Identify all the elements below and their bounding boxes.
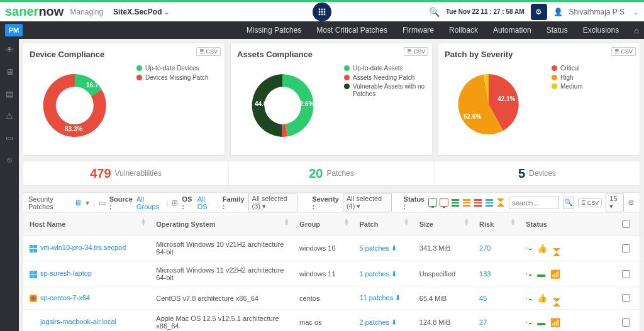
filter-icon[interactable]: ▭: [99, 198, 106, 207]
table-row: jagsirs-macbook-air.localApple Mac OS 12…: [23, 310, 640, 332]
brand-part1: saner: [5, 4, 38, 18]
csv-label: CSV: [206, 48, 218, 55]
status-bars-red-icon[interactable]: [474, 198, 482, 207]
host-link[interactable]: sp-suresh-laptop: [40, 269, 92, 277]
os-value[interactable]: All OS: [197, 195, 213, 210]
monitor-icon[interactable]: 🖥: [6, 67, 14, 77]
donut-label: 16.7%: [86, 82, 104, 89]
svg-point-3: [319, 11, 321, 13]
battery-icon: ▬: [537, 269, 545, 279]
tab-security-patches[interactable]: Security Patches: [28, 195, 70, 210]
host-link[interactable]: sp-centos-7-x64: [40, 294, 90, 301]
patch-link[interactable]: 5 patches ⬇: [359, 244, 397, 252]
nav-item[interactable]: Exclusions: [583, 26, 619, 35]
user-icon: 👤: [553, 8, 563, 16]
page-size-select[interactable]: 15 ▾: [606, 193, 624, 212]
nav-item[interactable]: Most Critical Patches: [316, 26, 387, 35]
legend-swatch: [136, 75, 142, 80]
status-monitor-red-icon[interactable]: [440, 198, 448, 207]
nav-item[interactable]: Status: [547, 26, 568, 35]
col-label: Operating System: [156, 220, 215, 228]
site-name: SiteX.SecPod: [113, 8, 162, 16]
alert-icon[interactable]: ⚠: [6, 111, 13, 121]
csv-export[interactable]: CSV: [578, 198, 602, 207]
risk-link[interactable]: 27: [479, 318, 487, 326]
search-input[interactable]: [509, 197, 559, 209]
svg-point-0: [319, 8, 321, 10]
status-bars-green-icon[interactable]: [451, 198, 460, 207]
source-value[interactable]: All Groups: [136, 195, 163, 210]
monitor-icon[interactable]: 🖥: [74, 198, 82, 207]
col-label: Host Name: [30, 220, 65, 228]
list-icon[interactable]: ▤: [6, 89, 13, 99]
status-bars-teal-icon[interactable]: [485, 198, 494, 207]
stat-devices[interactable]: 5Devices: [435, 161, 640, 185]
select-all-checkbox[interactable]: [622, 220, 630, 228]
exit-icon[interactable]: ⎋: [7, 155, 12, 165]
page-size-value: 15: [609, 195, 617, 202]
os-cell: Apple Mac OS 12.5 v12.5.1 architecture x…: [150, 310, 293, 332]
settings-icon[interactable]: ⚙: [628, 198, 635, 207]
family-select[interactable]: All selected (3) ▾: [248, 193, 297, 212]
nav-item[interactable]: Firmware: [402, 26, 434, 35]
risk-link[interactable]: 133: [479, 270, 491, 278]
pm-badge[interactable]: PM: [5, 24, 23, 36]
caret-icon[interactable]: ▾: [86, 198, 89, 207]
row-checkbox[interactable]: [622, 244, 630, 252]
csv-label: CSV: [587, 200, 599, 206]
battery-icon: ▬: [537, 318, 545, 327]
table-row: vm-win10-pro-34.trs.secpodMicrosoft Wind…: [23, 236, 640, 261]
nav-item[interactable]: Rollback: [449, 26, 478, 35]
col-label: Status: [526, 220, 547, 228]
eye-icon[interactable]: 👁: [6, 45, 14, 55]
family-label: Family :: [223, 195, 245, 210]
patch-link[interactable]: 1 patches ⬇: [359, 270, 397, 278]
gear-icon[interactable]: ⚙: [531, 4, 547, 20]
nav-item[interactable]: Missing Patches: [247, 26, 301, 35]
status-monitor-green-icon[interactable]: [428, 198, 437, 207]
csv-export[interactable]: CSV: [404, 47, 428, 56]
risk-link[interactable]: 270: [479, 244, 491, 252]
search-button[interactable]: 🔍: [563, 197, 574, 209]
os-icon[interactable]: ⊞: [172, 198, 178, 207]
stat-patches[interactable]: 20Patches: [229, 161, 435, 185]
pie-label: 42.1%: [497, 95, 515, 102]
row-checkbox[interactable]: [622, 294, 630, 302]
status-hourglass-icon[interactable]: [496, 198, 505, 207]
host-link[interactable]: jagsirs-macbook-air.local: [40, 318, 116, 325]
topbar: sanernow Managing SiteX.SecPod⌄ 🔍 Tue No…: [0, 0, 644, 21]
size-cell: Unspecified: [413, 261, 473, 287]
col-os[interactable]: Operating System▲▼: [150, 213, 293, 236]
col-group[interactable]: Group▲▼: [293, 213, 353, 236]
download-icon: ⬇: [391, 318, 397, 326]
csv-label: CSV: [413, 48, 425, 55]
severity-select[interactable]: All selected (4) ▾: [343, 193, 392, 212]
host-link[interactable]: vm-win10-pro-34.trs.secpod: [40, 244, 126, 251]
col-risk[interactable]: Risk▲▼: [473, 213, 519, 236]
windows-os-icon: [30, 245, 37, 252]
site-picker[interactable]: SiteX.SecPod⌄: [113, 8, 170, 16]
apps-grid-icon[interactable]: [313, 3, 331, 21]
doc-icon[interactable]: ▭: [6, 133, 13, 143]
patch-link[interactable]: 11 patches ⬇: [359, 294, 401, 301]
legend-swatch: [552, 75, 557, 80]
csv-export[interactable]: CSV: [611, 47, 636, 56]
status-bars-orange-icon[interactable]: [462, 198, 471, 207]
row-checkbox[interactable]: [622, 318, 630, 327]
home-icon[interactable]: ⌂: [634, 26, 639, 35]
global-search-icon[interactable]: 🔍: [429, 7, 440, 17]
col-hostname[interactable]: Host Name▲▼: [23, 213, 150, 236]
row-checkbox[interactable]: [622, 270, 630, 278]
col-patch[interactable]: Patch▲▼: [353, 213, 413, 236]
stat-vulnerabilities[interactable]: 479Vulnerabilities: [23, 161, 229, 185]
user-name[interactable]: Shivathmaja P S: [569, 8, 625, 16]
col-size[interactable]: Size▲▼: [413, 213, 473, 236]
legend-swatch: [344, 65, 350, 71]
patch-link[interactable]: 2 patches ⬇: [359, 318, 397, 326]
legend-swatch: [552, 65, 557, 71]
card-assets-compliance: CSV Assets Compliance 52.6% 44.6% Up-: [230, 43, 433, 156]
nav-item[interactable]: Automation: [493, 26, 531, 35]
csv-export[interactable]: CSV: [196, 47, 221, 56]
risk-link[interactable]: 45: [479, 295, 487, 302]
col-status[interactable]: Status: [519, 213, 613, 236]
